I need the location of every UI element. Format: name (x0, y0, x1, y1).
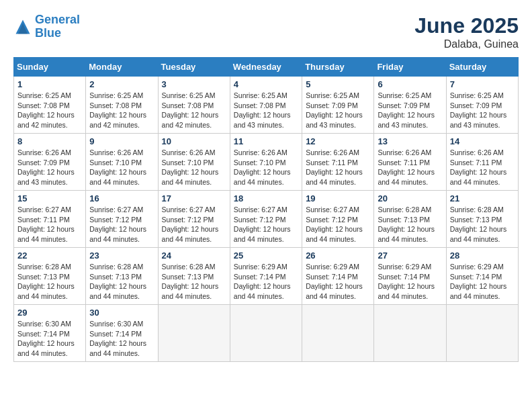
calendar-week-row: 22Sunrise: 6:28 AMSunset: 7:13 PMDayligh… (14, 248, 519, 305)
day-detail: Sunrise: 6:27 AMSunset: 7:12 PMDaylight:… (162, 205, 226, 244)
column-header-thursday: Thursday (302, 58, 374, 77)
day-number: 28 (450, 250, 515, 261)
calendar-week-row: 29Sunrise: 6:30 AMSunset: 7:14 PMDayligh… (14, 305, 519, 362)
day-number: 8 (17, 136, 82, 146)
day-number: 25 (234, 250, 298, 261)
calendar-cell: 4Sunrise: 6:25 AMSunset: 7:08 PMDaylight… (230, 77, 302, 134)
calendar-cell: 13Sunrise: 6:26 AMSunset: 7:11 PMDayligh… (374, 134, 446, 191)
day-detail: Sunrise: 6:25 AMSunset: 7:08 PMDaylight:… (162, 91, 226, 130)
day-number: 14 (450, 136, 515, 146)
calendar-subtitle: Dalaba, Guinea (414, 38, 519, 50)
logo-text: General Blue (35, 13, 80, 40)
column-header-monday: Monday (86, 58, 158, 77)
day-detail: Sunrise: 6:30 AMSunset: 7:14 PMDaylight:… (17, 319, 82, 359)
day-detail: Sunrise: 6:29 AMSunset: 7:14 PMDaylight:… (234, 262, 298, 302)
day-number: 4 (234, 79, 298, 89)
day-number: 9 (89, 136, 154, 146)
day-detail: Sunrise: 6:25 AMSunset: 7:09 PMDaylight:… (306, 91, 370, 130)
day-number: 30 (89, 308, 154, 318)
logo-icon (13, 17, 32, 36)
day-detail: Sunrise: 6:26 AMSunset: 7:11 PMDaylight:… (450, 148, 515, 187)
column-header-sunday: Sunday (14, 58, 86, 77)
day-detail: Sunrise: 6:26 AMSunset: 7:10 PMDaylight:… (162, 148, 226, 187)
calendar-week-row: 1Sunrise: 6:25 AMSunset: 7:08 PMDaylight… (14, 77, 519, 134)
calendar-cell: 20Sunrise: 6:28 AMSunset: 7:13 PMDayligh… (374, 191, 446, 248)
calendar-cell: 7Sunrise: 6:25 AMSunset: 7:09 PMDaylight… (446, 77, 518, 134)
logo-line1: General (35, 13, 80, 26)
column-header-friday: Friday (374, 58, 446, 77)
calendar-cell: 17Sunrise: 6:27 AMSunset: 7:12 PMDayligh… (158, 191, 230, 248)
calendar-cell: 2Sunrise: 6:25 AMSunset: 7:08 PMDaylight… (86, 77, 158, 134)
calendar-cell (230, 305, 302, 362)
day-number: 2 (89, 79, 154, 89)
calendar-cell: 14Sunrise: 6:26 AMSunset: 7:11 PMDayligh… (446, 134, 518, 191)
day-number: 18 (234, 193, 298, 203)
calendar-cell: 19Sunrise: 6:27 AMSunset: 7:12 PMDayligh… (302, 191, 374, 248)
calendar-cell: 6Sunrise: 6:25 AMSunset: 7:09 PMDaylight… (374, 77, 446, 134)
day-detail: Sunrise: 6:25 AMSunset: 7:09 PMDaylight:… (378, 91, 442, 130)
day-detail: Sunrise: 6:30 AMSunset: 7:14 PMDaylight:… (89, 319, 154, 359)
calendar-cell: 1Sunrise: 6:25 AMSunset: 7:08 PMDaylight… (14, 77, 86, 134)
day-detail: Sunrise: 6:25 AMSunset: 7:09 PMDaylight:… (450, 91, 515, 130)
calendar-cell: 24Sunrise: 6:28 AMSunset: 7:13 PMDayligh… (158, 248, 230, 305)
calendar-header-row: SundayMondayTuesdayWednesdayThursdayFrid… (14, 58, 519, 77)
calendar-cell: 18Sunrise: 6:27 AMSunset: 7:12 PMDayligh… (230, 191, 302, 248)
calendar-week-row: 8Sunrise: 6:26 AMSunset: 7:09 PMDaylight… (14, 134, 519, 191)
calendar-cell: 25Sunrise: 6:29 AMSunset: 7:14 PMDayligh… (230, 248, 302, 305)
day-number: 20 (378, 193, 442, 203)
day-number: 1 (17, 79, 82, 89)
title-block: June 2025 Dalaba, Guinea (414, 13, 519, 50)
calendar-cell (302, 305, 374, 362)
day-detail: Sunrise: 6:26 AMSunset: 7:09 PMDaylight:… (17, 148, 82, 187)
day-number: 23 (89, 250, 154, 261)
calendar-cell: 5Sunrise: 6:25 AMSunset: 7:09 PMDaylight… (302, 77, 374, 134)
day-number: 21 (450, 193, 515, 203)
calendar-cell: 10Sunrise: 6:26 AMSunset: 7:10 PMDayligh… (158, 134, 230, 191)
day-number: 27 (378, 250, 442, 261)
day-detail: Sunrise: 6:25 AMSunset: 7:08 PMDaylight:… (17, 91, 82, 130)
calendar-cell: 28Sunrise: 6:29 AMSunset: 7:14 PMDayligh… (446, 248, 518, 305)
calendar-cell: 23Sunrise: 6:28 AMSunset: 7:13 PMDayligh… (86, 248, 158, 305)
day-detail: Sunrise: 6:26 AMSunset: 7:11 PMDaylight:… (378, 148, 442, 187)
day-number: 10 (162, 136, 226, 146)
calendar-cell: 26Sunrise: 6:29 AMSunset: 7:14 PMDayligh… (302, 248, 374, 305)
day-detail: Sunrise: 6:27 AMSunset: 7:12 PMDaylight:… (234, 205, 298, 244)
calendar-cell: 22Sunrise: 6:28 AMSunset: 7:13 PMDayligh… (14, 248, 86, 305)
calendar-cell: 8Sunrise: 6:26 AMSunset: 7:09 PMDaylight… (14, 134, 86, 191)
day-detail: Sunrise: 6:25 AMSunset: 7:08 PMDaylight:… (89, 91, 154, 130)
day-detail: Sunrise: 6:29 AMSunset: 7:14 PMDaylight:… (306, 262, 370, 302)
day-number: 16 (89, 193, 154, 203)
day-detail: Sunrise: 6:28 AMSunset: 7:13 PMDaylight:… (89, 262, 154, 302)
page-header: General Blue June 2025 Dalaba, Guinea (13, 13, 519, 50)
day-detail: Sunrise: 6:28 AMSunset: 7:13 PMDaylight:… (378, 205, 442, 244)
day-number: 22 (17, 250, 82, 261)
calendar-cell: 16Sunrise: 6:27 AMSunset: 7:12 PMDayligh… (86, 191, 158, 248)
calendar-cell: 27Sunrise: 6:29 AMSunset: 7:14 PMDayligh… (374, 248, 446, 305)
column-header-tuesday: Tuesday (158, 58, 230, 77)
calendar-title: June 2025 (414, 13, 519, 38)
day-number: 24 (162, 250, 226, 261)
column-header-wednesday: Wednesday (230, 58, 302, 77)
logo-line2: Blue (35, 26, 61, 40)
calendar-body: 1Sunrise: 6:25 AMSunset: 7:08 PMDaylight… (14, 77, 519, 362)
day-number: 19 (306, 193, 370, 203)
calendar-cell: 30Sunrise: 6:30 AMSunset: 7:14 PMDayligh… (86, 305, 158, 362)
day-number: 11 (234, 136, 298, 146)
column-header-saturday: Saturday (446, 58, 518, 77)
day-detail: Sunrise: 6:28 AMSunset: 7:13 PMDaylight:… (162, 262, 226, 302)
calendar-cell (446, 305, 518, 362)
day-number: 12 (306, 136, 370, 146)
day-number: 17 (162, 193, 226, 203)
calendar-cell: 21Sunrise: 6:28 AMSunset: 7:13 PMDayligh… (446, 191, 518, 248)
day-detail: Sunrise: 6:27 AMSunset: 7:12 PMDaylight:… (89, 205, 154, 244)
day-number: 26 (306, 250, 370, 261)
day-number: 6 (378, 79, 442, 89)
logo: General Blue (13, 13, 80, 40)
calendar-week-row: 15Sunrise: 6:27 AMSunset: 7:11 PMDayligh… (14, 191, 519, 248)
calendar-cell: 15Sunrise: 6:27 AMSunset: 7:11 PMDayligh… (14, 191, 86, 248)
calendar-cell: 3Sunrise: 6:25 AMSunset: 7:08 PMDaylight… (158, 77, 230, 134)
day-detail: Sunrise: 6:29 AMSunset: 7:14 PMDaylight:… (378, 262, 442, 302)
calendar-cell: 29Sunrise: 6:30 AMSunset: 7:14 PMDayligh… (14, 305, 86, 362)
day-detail: Sunrise: 6:26 AMSunset: 7:10 PMDaylight:… (89, 148, 154, 187)
calendar-cell: 12Sunrise: 6:26 AMSunset: 7:11 PMDayligh… (302, 134, 374, 191)
